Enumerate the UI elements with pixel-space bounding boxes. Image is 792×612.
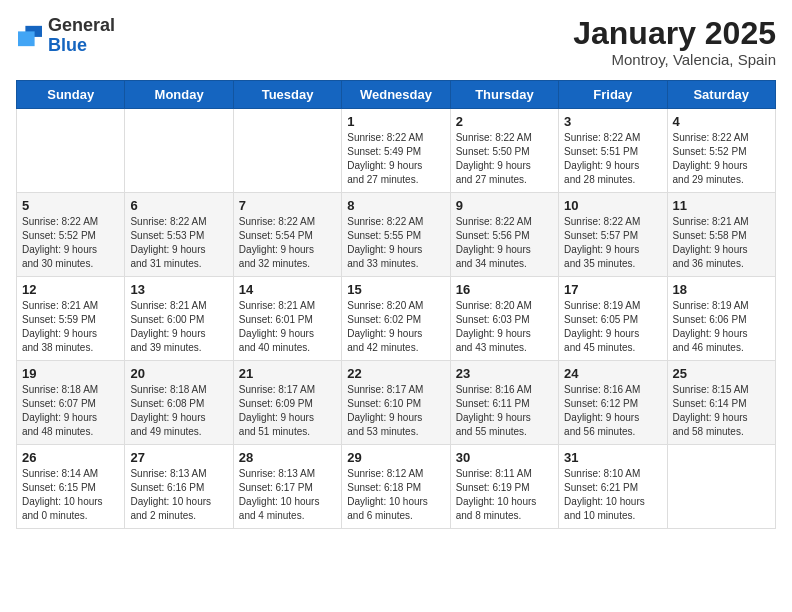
calendar-cell [17, 109, 125, 193]
calendar-cell: 13Sunrise: 8:21 AM Sunset: 6:00 PM Dayli… [125, 277, 233, 361]
calendar-cell: 4Sunrise: 8:22 AM Sunset: 5:52 PM Daylig… [667, 109, 775, 193]
day-info: Sunrise: 8:22 AM Sunset: 5:49 PM Dayligh… [347, 131, 444, 187]
logo-blue: Blue [48, 36, 115, 56]
day-number: 11 [673, 198, 770, 213]
day-info: Sunrise: 8:22 AM Sunset: 5:56 PM Dayligh… [456, 215, 553, 271]
calendar-cell: 21Sunrise: 8:17 AM Sunset: 6:09 PM Dayli… [233, 361, 341, 445]
day-number: 20 [130, 366, 227, 381]
calendar-cell: 8Sunrise: 8:22 AM Sunset: 5:55 PM Daylig… [342, 193, 450, 277]
day-info: Sunrise: 8:11 AM Sunset: 6:19 PM Dayligh… [456, 467, 553, 523]
calendar-cell: 14Sunrise: 8:21 AM Sunset: 6:01 PM Dayli… [233, 277, 341, 361]
day-info: Sunrise: 8:16 AM Sunset: 6:11 PM Dayligh… [456, 383, 553, 439]
day-info: Sunrise: 8:22 AM Sunset: 5:51 PM Dayligh… [564, 131, 661, 187]
day-number: 30 [456, 450, 553, 465]
day-info: Sunrise: 8:22 AM Sunset: 5:52 PM Dayligh… [673, 131, 770, 187]
calendar-cell: 6Sunrise: 8:22 AM Sunset: 5:53 PM Daylig… [125, 193, 233, 277]
calendar-cell: 19Sunrise: 8:18 AM Sunset: 6:07 PM Dayli… [17, 361, 125, 445]
day-info: Sunrise: 8:21 AM Sunset: 6:00 PM Dayligh… [130, 299, 227, 355]
calendar-cell: 10Sunrise: 8:22 AM Sunset: 5:57 PM Dayli… [559, 193, 667, 277]
day-number: 13 [130, 282, 227, 297]
calendar-cell: 22Sunrise: 8:17 AM Sunset: 6:10 PM Dayli… [342, 361, 450, 445]
weekday-header-friday: Friday [559, 81, 667, 109]
day-info: Sunrise: 8:22 AM Sunset: 5:54 PM Dayligh… [239, 215, 336, 271]
calendar-cell: 25Sunrise: 8:15 AM Sunset: 6:14 PM Dayli… [667, 361, 775, 445]
calendar-cell: 28Sunrise: 8:13 AM Sunset: 6:17 PM Dayli… [233, 445, 341, 529]
day-number: 19 [22, 366, 119, 381]
calendar-cell: 2Sunrise: 8:22 AM Sunset: 5:50 PM Daylig… [450, 109, 558, 193]
calendar-cell: 18Sunrise: 8:19 AM Sunset: 6:06 PM Dayli… [667, 277, 775, 361]
day-info: Sunrise: 8:22 AM Sunset: 5:55 PM Dayligh… [347, 215, 444, 271]
calendar-cell: 17Sunrise: 8:19 AM Sunset: 6:05 PM Dayli… [559, 277, 667, 361]
day-number: 26 [22, 450, 119, 465]
calendar-cell: 31Sunrise: 8:10 AM Sunset: 6:21 PM Dayli… [559, 445, 667, 529]
day-info: Sunrise: 8:14 AM Sunset: 6:15 PM Dayligh… [22, 467, 119, 523]
calendar-cell: 16Sunrise: 8:20 AM Sunset: 6:03 PM Dayli… [450, 277, 558, 361]
day-number: 27 [130, 450, 227, 465]
day-info: Sunrise: 8:13 AM Sunset: 6:16 PM Dayligh… [130, 467, 227, 523]
day-number: 9 [456, 198, 553, 213]
calendar-cell: 20Sunrise: 8:18 AM Sunset: 6:08 PM Dayli… [125, 361, 233, 445]
calendar-cell [233, 109, 341, 193]
weekday-header-wednesday: Wednesday [342, 81, 450, 109]
day-number: 12 [22, 282, 119, 297]
day-number: 6 [130, 198, 227, 213]
day-info: Sunrise: 8:19 AM Sunset: 6:05 PM Dayligh… [564, 299, 661, 355]
calendar-cell: 12Sunrise: 8:21 AM Sunset: 5:59 PM Dayli… [17, 277, 125, 361]
calendar-cell: 29Sunrise: 8:12 AM Sunset: 6:18 PM Dayli… [342, 445, 450, 529]
day-number: 5 [22, 198, 119, 213]
calendar-cell [125, 109, 233, 193]
calendar-cell: 30Sunrise: 8:11 AM Sunset: 6:19 PM Dayli… [450, 445, 558, 529]
day-info: Sunrise: 8:17 AM Sunset: 6:10 PM Dayligh… [347, 383, 444, 439]
day-info: Sunrise: 8:21 AM Sunset: 6:01 PM Dayligh… [239, 299, 336, 355]
month-title: January 2025 [573, 16, 776, 51]
day-number: 25 [673, 366, 770, 381]
weekday-header-tuesday: Tuesday [233, 81, 341, 109]
calendar-cell: 11Sunrise: 8:21 AM Sunset: 5:58 PM Dayli… [667, 193, 775, 277]
calendar-cell [667, 445, 775, 529]
day-info: Sunrise: 8:20 AM Sunset: 6:03 PM Dayligh… [456, 299, 553, 355]
calendar-cell: 15Sunrise: 8:20 AM Sunset: 6:02 PM Dayli… [342, 277, 450, 361]
day-number: 16 [456, 282, 553, 297]
day-number: 8 [347, 198, 444, 213]
calendar-cell: 24Sunrise: 8:16 AM Sunset: 6:12 PM Dayli… [559, 361, 667, 445]
day-number: 24 [564, 366, 661, 381]
calendar: SundayMondayTuesdayWednesdayThursdayFrid… [16, 80, 776, 529]
day-number: 7 [239, 198, 336, 213]
day-number: 2 [456, 114, 553, 129]
calendar-cell: 7Sunrise: 8:22 AM Sunset: 5:54 PM Daylig… [233, 193, 341, 277]
calendar-cell: 26Sunrise: 8:14 AM Sunset: 6:15 PM Dayli… [17, 445, 125, 529]
day-number: 23 [456, 366, 553, 381]
day-number: 1 [347, 114, 444, 129]
calendar-cell: 5Sunrise: 8:22 AM Sunset: 5:52 PM Daylig… [17, 193, 125, 277]
day-info: Sunrise: 8:10 AM Sunset: 6:21 PM Dayligh… [564, 467, 661, 523]
day-info: Sunrise: 8:20 AM Sunset: 6:02 PM Dayligh… [347, 299, 444, 355]
day-number: 18 [673, 282, 770, 297]
svg-marker-1 [18, 31, 35, 46]
page-header: General Blue January 2025 Montroy, Valen… [16, 16, 776, 68]
calendar-cell: 3Sunrise: 8:22 AM Sunset: 5:51 PM Daylig… [559, 109, 667, 193]
day-info: Sunrise: 8:18 AM Sunset: 6:07 PM Dayligh… [22, 383, 119, 439]
day-number: 22 [347, 366, 444, 381]
day-info: Sunrise: 8:22 AM Sunset: 5:52 PM Dayligh… [22, 215, 119, 271]
day-info: Sunrise: 8:16 AM Sunset: 6:12 PM Dayligh… [564, 383, 661, 439]
day-info: Sunrise: 8:21 AM Sunset: 5:59 PM Dayligh… [22, 299, 119, 355]
weekday-header-thursday: Thursday [450, 81, 558, 109]
day-info: Sunrise: 8:22 AM Sunset: 5:50 PM Dayligh… [456, 131, 553, 187]
weekday-header-saturday: Saturday [667, 81, 775, 109]
calendar-cell: 27Sunrise: 8:13 AM Sunset: 6:16 PM Dayli… [125, 445, 233, 529]
logo-general: General [48, 16, 115, 36]
day-number: 31 [564, 450, 661, 465]
weekday-header-sunday: Sunday [17, 81, 125, 109]
calendar-cell: 1Sunrise: 8:22 AM Sunset: 5:49 PM Daylig… [342, 109, 450, 193]
day-info: Sunrise: 8:22 AM Sunset: 5:57 PM Dayligh… [564, 215, 661, 271]
day-info: Sunrise: 8:12 AM Sunset: 6:18 PM Dayligh… [347, 467, 444, 523]
day-info: Sunrise: 8:15 AM Sunset: 6:14 PM Dayligh… [673, 383, 770, 439]
day-info: Sunrise: 8:22 AM Sunset: 5:53 PM Dayligh… [130, 215, 227, 271]
title-block: January 2025 Montroy, Valencia, Spain [573, 16, 776, 68]
location: Montroy, Valencia, Spain [573, 51, 776, 68]
day-info: Sunrise: 8:18 AM Sunset: 6:08 PM Dayligh… [130, 383, 227, 439]
weekday-header-monday: Monday [125, 81, 233, 109]
day-info: Sunrise: 8:13 AM Sunset: 6:17 PM Dayligh… [239, 467, 336, 523]
day-number: 10 [564, 198, 661, 213]
calendar-cell: 9Sunrise: 8:22 AM Sunset: 5:56 PM Daylig… [450, 193, 558, 277]
